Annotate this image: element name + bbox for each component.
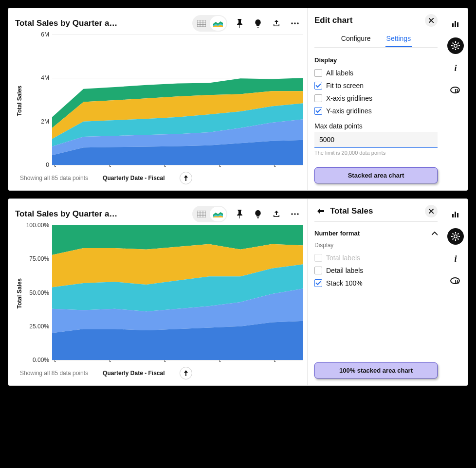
pin-icon [236, 210, 243, 218]
explore-button[interactable] [250, 206, 266, 222]
checkbox[interactable] [314, 267, 322, 274]
x-axis-label: Quarterly Date - Fiscal [103, 370, 165, 377]
plot-wrap: 02M4M6M Q3 FY 2017Q3 FY 2018Q3 FY 2019Q3… [24, 35, 303, 167]
display-heading: Display [314, 242, 438, 249]
svg-line-16 [453, 43, 454, 44]
sort-button[interactable] [180, 367, 192, 379]
check-fit-to-screen[interactable]: Fit to screen [314, 79, 438, 92]
r-icon: R [450, 277, 461, 285]
panel-stacked-100: Total Sales by Quarter a… [8, 198, 468, 386]
bar-chart-icon [452, 19, 459, 27]
chart-column: Total Sales by Quarter a… [8, 8, 307, 190]
svg-point-7 [297, 22, 298, 24]
callout: 100% stacked area chart [314, 362, 438, 378]
svg-rect-8 [452, 23, 454, 27]
svg-point-29 [297, 213, 298, 215]
table-icon [197, 20, 206, 27]
more-button[interactable] [287, 206, 303, 222]
svg-text:R: R [455, 278, 459, 285]
svg-line-39 [458, 238, 458, 239]
share-icon [273, 210, 280, 218]
checkbox[interactable] [314, 279, 322, 287]
display-heading: Display [314, 54, 438, 67]
rail-info-button[interactable]: i [447, 251, 464, 267]
svg-point-11 [454, 44, 457, 47]
checkbox-label: Y-axis gridlines [326, 107, 372, 115]
svg-line-38 [453, 234, 454, 234]
table-icon [197, 211, 206, 217]
check-total-labels[interactable]: Total labels [314, 252, 438, 264]
chart-view-button[interactable] [210, 16, 226, 31]
tab-configure[interactable]: Configure [340, 31, 372, 47]
svg-rect-10 [457, 22, 458, 27]
plot-wrap: 0.00%25.00%50.00%75.00%100.00% Q3 FY 201… [24, 225, 303, 362]
sort-button[interactable] [180, 172, 192, 184]
rail-r-button[interactable]: R [447, 273, 464, 289]
toolbar [192, 206, 303, 222]
chart-title: Total Sales by Quarter a… [15, 209, 192, 219]
svg-line-17 [458, 48, 458, 49]
svg-line-18 [458, 43, 458, 44]
gear-icon [451, 41, 460, 50]
close-button[interactable] [425, 14, 438, 27]
svg-rect-22 [197, 211, 206, 217]
y-tick: 25.00% [24, 323, 49, 330]
view-toggle [192, 206, 227, 222]
chart-footer: Showing all 85 data points Quarterly Dat… [15, 167, 303, 186]
chart-body: Total Sales 02M4M6M Q3 FY 2017Q3 FY 2018… [15, 35, 303, 167]
check-y-gridlines[interactable]: Y-axis gridlines [314, 105, 438, 117]
y-tick: 2M [24, 118, 49, 125]
rail-r-button[interactable]: R [447, 82, 464, 99]
pin-button[interactable] [231, 206, 248, 222]
svg-rect-31 [455, 212, 456, 217]
footer-note: Showing all 85 data points [20, 175, 88, 181]
rail-info-button[interactable]: i [447, 60, 464, 76]
side-panel: Total Sales Number format Display Total … [307, 199, 443, 385]
max-points-hint: The limit is 20,000 data points [314, 150, 438, 156]
explore-button[interactable] [250, 15, 266, 32]
section-label: Number format [314, 230, 360, 237]
section-number-format[interactable]: Number format [314, 227, 438, 240]
info-icon: i [454, 254, 457, 264]
pin-button[interactable] [231, 15, 248, 32]
share-button[interactable] [268, 206, 285, 222]
back-button[interactable] [314, 205, 327, 217]
table-view-button[interactable] [193, 16, 210, 31]
checkbox[interactable] [314, 107, 322, 115]
svg-rect-0 [197, 20, 206, 27]
rail-chart-button[interactable] [447, 206, 464, 222]
check-detail-labels[interactable]: Detail labels [314, 264, 438, 277]
rail: i R [443, 8, 468, 190]
svg-rect-32 [457, 213, 458, 217]
max-points-input[interactable] [314, 132, 438, 148]
checkbox[interactable] [314, 82, 322, 90]
svg-point-6 [294, 22, 295, 24]
tab-settings[interactable]: Settings [385, 31, 412, 47]
check-x-gridlines[interactable]: X-axis gridlines [314, 92, 438, 105]
chevron-up-icon [432, 232, 438, 235]
check-all-labels[interactable]: All labels [314, 67, 438, 79]
rail-chart-button[interactable] [447, 15, 464, 32]
callout: Stacked area chart [314, 167, 438, 183]
dots-icon [291, 22, 299, 24]
checkbox[interactable] [314, 94, 322, 102]
rail-settings-button[interactable] [447, 228, 464, 245]
close-button[interactable] [425, 205, 438, 217]
arrow-left-icon [317, 208, 324, 214]
bar-chart-icon [452, 210, 459, 218]
checkbox[interactable] [314, 254, 322, 262]
table-view-button[interactable] [193, 207, 210, 221]
more-button[interactable] [287, 15, 303, 32]
share-button[interactable] [268, 15, 285, 32]
info-icon: i [454, 63, 457, 73]
rail-settings-button[interactable] [447, 37, 464, 54]
svg-line-40 [458, 234, 458, 234]
check-stack-100[interactable]: Stack 100% [314, 277, 438, 289]
footer-note: Showing all 85 data points [20, 370, 88, 377]
chart-view-button[interactable] [210, 207, 226, 221]
svg-line-41 [453, 238, 454, 239]
y-tick: 0 [24, 162, 49, 168]
checkbox[interactable] [314, 69, 322, 77]
svg-line-19 [453, 48, 454, 49]
area-icon [213, 211, 223, 217]
